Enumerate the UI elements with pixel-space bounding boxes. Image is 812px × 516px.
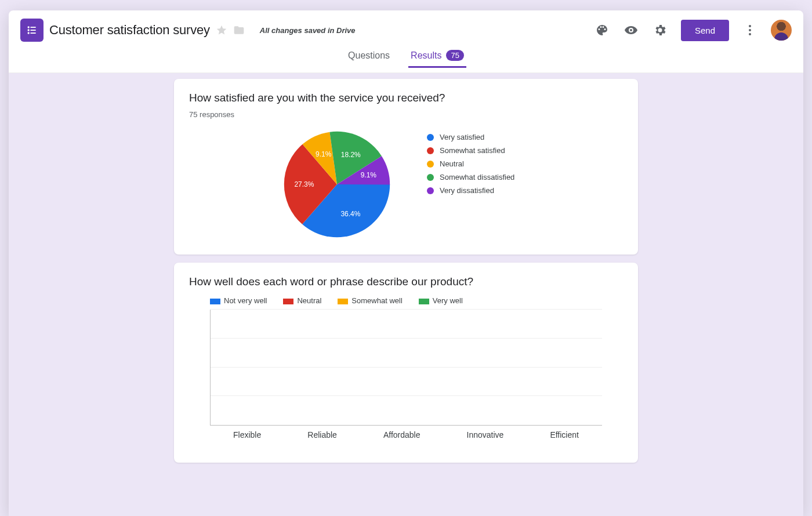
theme-icon[interactable]	[594, 22, 610, 38]
bar-legend-item: Neutral	[283, 296, 321, 305]
legend-label: Very dissatisfied	[440, 186, 494, 195]
legend-label: Neutral	[297, 296, 321, 305]
bar-legend-item: Somewhat well	[338, 296, 402, 305]
header: Customer satisfaction survey All changes…	[9, 10, 803, 45]
question-2-title: How well does each word or phrase descri…	[189, 275, 623, 288]
legend-swatch	[338, 299, 348, 304]
gridline	[211, 367, 602, 368]
pie-legend: Very satisfiedSomewhat satisfiedNeutralS…	[427, 133, 514, 195]
folder-icon[interactable]	[233, 24, 245, 36]
legend-swatch	[427, 134, 434, 141]
tab-questions-label: Questions	[348, 50, 390, 61]
question-1-responses: 75 responses	[189, 110, 623, 119]
question-1-title: How satisfied are you with the service y…	[189, 92, 623, 104]
app-window: Customer satisfaction survey All changes…	[9, 10, 803, 516]
legend-swatch	[427, 161, 434, 168]
bar-legend: Not very wellNeutralSomewhat wellVery we…	[210, 296, 623, 305]
account-avatar[interactable]	[771, 20, 792, 41]
legend-item: Neutral	[427, 159, 514, 168]
legend-label: Not very well	[224, 296, 267, 305]
bar-category-label: Flexible	[233, 430, 261, 439]
legend-swatch	[283, 299, 293, 304]
bar-category-label: Efficient	[550, 430, 579, 439]
bar-legend-item: Not very well	[210, 296, 267, 305]
save-status: All changes saved in Drive	[260, 26, 356, 35]
results-content: How satisfied are you with the service y…	[9, 73, 803, 516]
legend-swatch	[210, 299, 220, 304]
legend-swatch	[427, 174, 434, 181]
svg-point-0	[28, 26, 30, 28]
tab-results-label: Results	[411, 50, 441, 61]
legend-item: Somewhat satisfied	[427, 146, 514, 155]
svg-point-6	[749, 25, 751, 27]
gridline	[211, 338, 602, 339]
results-count-badge: 75	[446, 50, 463, 61]
settings-icon[interactable]	[652, 22, 668, 38]
bar-legend-item: Very well	[419, 296, 463, 305]
svg-point-7	[749, 29, 751, 31]
bar-category-label: Affordable	[383, 430, 420, 439]
legend-swatch	[427, 147, 434, 154]
legend-label: Somewhat dissatisfied	[440, 173, 514, 181]
star-icon[interactable]	[216, 24, 227, 36]
legend-label: Very satisfied	[440, 133, 484, 141]
form-title[interactable]: Customer satisfaction survey	[49, 23, 210, 38]
tabs: Questions Results 75	[9, 45, 803, 73]
legend-swatch	[427, 187, 434, 194]
bar-x-axis: FlexibleReliableAffordableInnovativeEffi…	[210, 430, 602, 439]
preview-icon[interactable]	[623, 22, 639, 38]
svg-point-8	[749, 33, 751, 35]
more-icon[interactable]	[742, 22, 758, 38]
legend-label: Somewhat well	[351, 296, 402, 305]
legend-item: Very satisfied	[427, 133, 514, 141]
legend-swatch	[419, 299, 429, 304]
bar-category-label: Innovative	[467, 430, 504, 439]
svg-point-2	[28, 29, 30, 31]
svg-rect-1	[31, 27, 36, 28]
gridline	[211, 309, 602, 310]
legend-label: Neutral	[440, 159, 464, 168]
legend-label: Somewhat satisfied	[440, 146, 505, 155]
bar-category-label: Reliable	[307, 430, 337, 439]
tab-questions[interactable]: Questions	[346, 50, 392, 68]
legend-item: Somewhat dissatisfied	[427, 173, 514, 181]
legend-label: Very well	[433, 296, 463, 305]
tab-results[interactable]: Results 75	[408, 50, 466, 68]
send-button[interactable]: Send	[681, 20, 729, 41]
legend-item: Very dissatisfied	[427, 186, 514, 195]
svg-rect-5	[31, 32, 36, 34]
question-card-1: How satisfied are you with the service y…	[174, 79, 638, 255]
forms-app-icon[interactable]	[20, 19, 44, 42]
gridline	[211, 395, 602, 396]
question-card-2: How well does each word or phrase descri…	[174, 263, 638, 463]
svg-rect-3	[31, 30, 36, 31]
bar-chart	[210, 310, 602, 426]
pie-chart: 36.4%27.3%9.1%18.2%9.1%	[282, 129, 392, 239]
svg-point-4	[28, 32, 30, 34]
